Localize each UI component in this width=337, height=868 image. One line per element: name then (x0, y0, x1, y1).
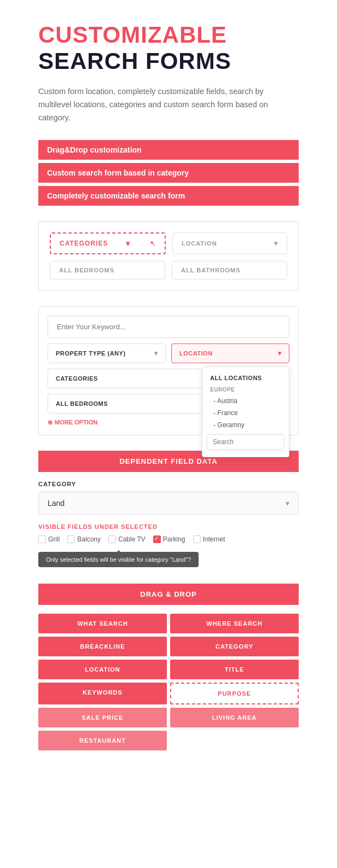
drag-drop-section: DRAG & DROP WHAT SEARCH WHERE SEARCH BRE… (38, 584, 299, 750)
drag-item-title[interactable]: TITLE (170, 660, 299, 679)
location-dropdown-panel: ALL LOCATIONS EUROPE Austria France Gera… (202, 366, 289, 457)
chevron-down-icon: ▾ (126, 239, 130, 248)
region-label: EUROPE (202, 385, 289, 395)
location-option-geramny[interactable]: Geramny (202, 419, 289, 431)
drag-item-breackline[interactable]: BREACKLINE (38, 637, 167, 656)
drag-item-location[interactable]: LOCATION (38, 660, 167, 679)
chevron-down-icon: ▾ (286, 499, 289, 508)
dependent-field-section: DEPENDENT FIELD DATA CATEGORY Land ▾ VIS… (38, 451, 299, 567)
drag-item-where-search[interactable]: WHERE SEARCH (170, 614, 299, 633)
chevron-down-icon: ▾ (278, 349, 282, 357)
category-label: CATEGORY (38, 481, 299, 487)
categories-dropdown-1[interactable]: CATEGORIES ▾ ↖ (50, 232, 166, 254)
field-internet-label: Internet (203, 535, 225, 543)
all-bedrooms-field-1[interactable]: ALL BEDROOMS (50, 261, 165, 279)
chevron-down-icon: ▾ (154, 349, 158, 357)
all-bathrooms-field-1[interactable]: ALL BATHROOMS (172, 261, 287, 279)
drag-drop-grid: WHAT SEARCH WHERE SEARCH BREACKLINE CATE… (38, 614, 299, 750)
checkbox-parking[interactable] (153, 535, 161, 543)
field-balcony-label: Balcony (77, 535, 101, 543)
field-grill-label: Grill (48, 535, 60, 543)
checkbox-grill[interactable] (38, 535, 46, 543)
drag-drop-banner: DRAG & DROP (38, 584, 299, 605)
checkbox-internet[interactable] (193, 535, 201, 543)
hero-line2: SEARCH FORMS (38, 48, 299, 74)
drag-item-restaurant[interactable]: RESTAURANT (38, 731, 167, 750)
drag-item-living-area[interactable]: LIVING AREA (170, 708, 299, 727)
field-cable-tv[interactable]: Cable TV (108, 535, 146, 543)
location-search-input[interactable] (207, 435, 284, 449)
feature-badge-3: Completely customizable search form (38, 186, 299, 206)
property-type-select[interactable]: PROPERT TYPE (ANY) ▾ (48, 343, 166, 363)
keyword-input[interactable] (48, 316, 289, 338)
location-dropdown-1[interactable]: LOCATION ▾ (172, 232, 287, 254)
feature-badge-2: Custom search form based in category (38, 163, 299, 183)
location-option-france[interactable]: France (202, 407, 289, 419)
location-option-austria[interactable]: Austria (202, 395, 289, 407)
hero-line1: CUSTOMIZABLE (38, 22, 299, 48)
all-locations-option[interactable]: ALL LOCATIONS (202, 371, 289, 385)
field-internet[interactable]: Internet (193, 535, 225, 543)
hero-description: Custom form location, completely customi… (38, 85, 299, 125)
location-select[interactable]: LOCATION ▾ (171, 343, 289, 363)
hero-title: CUSTOMIZABLE SEARCH FORMS (38, 22, 299, 74)
field-balcony[interactable]: Balcony (67, 535, 101, 543)
circle-plus-icon: ⊕ (48, 419, 53, 426)
drag-item-category[interactable]: CATEGORY (170, 637, 299, 656)
checkbox-balcony[interactable] (67, 535, 75, 543)
location-search-box: 🔍 (207, 434, 284, 450)
checkbox-cable-tv[interactable] (108, 535, 116, 543)
cursor-icon: ↖ (150, 240, 156, 247)
drag-item-sale-price[interactable]: SALE PRICE (38, 708, 167, 727)
category-select[interactable]: Land ▾ (38, 492, 299, 515)
drag-item-what-search[interactable]: WHAT SEARCH (38, 614, 167, 633)
search-form-mockup-2: PROPERT TYPE (ANY) ▾ LOCATION ▾ ALL LOCA… (38, 306, 299, 435)
visible-fields-label: VISIBLE FIELDS UNDER SELECTED (38, 523, 299, 530)
field-cable-tv-label: Cable TV (118, 535, 146, 543)
field-parking[interactable]: Parking (153, 535, 185, 543)
feature-badges: Drag&Drop customization Custom search fo… (38, 140, 299, 206)
chevron-down-icon: ▾ (274, 240, 278, 247)
tooltip-bubble: Only selected fields will be visible for… (38, 552, 199, 567)
field-grill[interactable]: Grill (38, 535, 60, 543)
search-form-mockup-1: CATEGORIES ▾ ↖ LOCATION ▾ ALL BEDROOMS A… (38, 221, 299, 291)
visible-fields-checkboxes: Grill Balcony Cable TV Parking Internet (38, 535, 299, 543)
field-parking-label: Parking (163, 535, 185, 543)
drag-item-keywords[interactable]: KEYWORDS (38, 683, 167, 704)
drag-item-purpose[interactable]: PURPOSE (170, 683, 299, 704)
feature-badge-1: Drag&Drop customization (38, 140, 299, 160)
